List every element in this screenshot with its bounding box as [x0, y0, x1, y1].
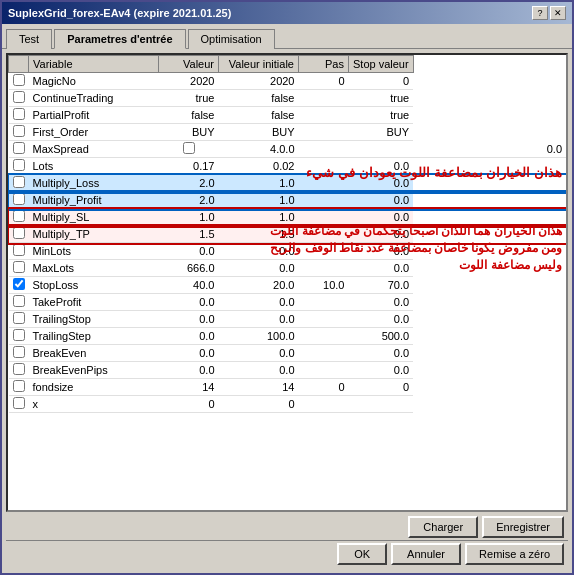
row-variable: TakeProfit	[29, 294, 159, 311]
table-row: BreakEvenPips0.00.00.0	[9, 362, 567, 379]
row-checkbox[interactable]	[13, 227, 25, 239]
row-value: 0.0	[159, 328, 219, 345]
header-pas: Pas	[299, 56, 349, 73]
row-variable: Multiply_Loss	[29, 175, 159, 192]
close-button[interactable]: ✕	[550, 6, 566, 20]
row-checkbox-cell	[9, 260, 29, 277]
row-variable: BreakEven	[29, 345, 159, 362]
tab-optim[interactable]: Optimisation	[188, 29, 275, 49]
row-initial	[299, 141, 349, 158]
row-checkbox[interactable]	[183, 142, 195, 154]
charger-button[interactable]: Charger	[408, 516, 478, 538]
row-checkbox[interactable]	[13, 159, 25, 171]
row-checkbox[interactable]	[13, 295, 25, 307]
row-stop: 0.0	[349, 362, 414, 379]
row-checkbox[interactable]	[13, 312, 25, 324]
help-button[interactable]: ?	[532, 6, 548, 20]
row-initial: 0.0	[219, 243, 299, 260]
table-row: x00	[9, 396, 567, 413]
row-pas	[299, 192, 349, 209]
ok-button[interactable]: OK	[337, 543, 387, 565]
row-checkbox-cell	[9, 243, 29, 260]
row-variable: StopLoss	[29, 277, 159, 294]
row-checkbox-cell	[9, 107, 29, 124]
row-value: 2.0	[159, 192, 219, 209]
row-initial: 1.0	[219, 192, 299, 209]
row-initial: 1.0	[219, 209, 299, 226]
enregistrer-button[interactable]: Enregistrer	[482, 516, 564, 538]
row-initial: 0.02	[219, 158, 299, 175]
row-checkbox-cell	[9, 294, 29, 311]
row-checkbox-cell	[9, 362, 29, 379]
row-checkbox-cell	[9, 379, 29, 396]
remise-button[interactable]: Remise a zéro	[465, 543, 564, 565]
row-checkbox-cell	[9, 73, 29, 90]
row-checkbox[interactable]	[13, 108, 25, 120]
row-variable: Multiply_TP	[29, 226, 159, 243]
row-variable: MinLots	[29, 243, 159, 260]
row-stop: 0	[349, 379, 414, 396]
row-initial: 1.5	[219, 226, 299, 243]
annuler-button[interactable]: Annuler	[391, 543, 461, 565]
row-stop: 0.0	[349, 260, 414, 277]
row-initial: 0.0	[219, 294, 299, 311]
row-checkbox[interactable]	[13, 142, 25, 154]
tab-params[interactable]: Parametres d'entrée	[54, 29, 185, 49]
row-checkbox-cell	[9, 396, 29, 413]
table-row: Multiply_TP1.51.50.0	[9, 226, 567, 243]
window-title: SuplexGrid_forex-EAv4 (expire 2021.01.25…	[8, 7, 231, 19]
row-checkbox-cell	[9, 124, 29, 141]
row-variable: ContinueTrading	[29, 90, 159, 107]
row-checkbox[interactable]	[13, 278, 25, 290]
row-pas	[299, 226, 349, 243]
row-stop	[349, 396, 414, 413]
row-checkbox-cell	[9, 175, 29, 192]
tab-test[interactable]: Test	[6, 29, 52, 49]
row-checkbox-cell	[9, 345, 29, 362]
row-checkbox[interactable]	[13, 397, 25, 409]
row-initial: 0.0	[219, 345, 299, 362]
row-checkbox[interactable]	[13, 210, 25, 222]
row-initial: 0.0	[219, 362, 299, 379]
row-stop: 0	[349, 73, 414, 90]
row-checkbox[interactable]	[13, 244, 25, 256]
row-checkbox[interactable]	[13, 329, 25, 341]
header-valeur: Valeur	[159, 56, 219, 73]
footer-buttons: OK Annuler Remise a zéro	[6, 540, 568, 569]
row-checkbox-cell	[9, 209, 29, 226]
title-bar: SuplexGrid_forex-EAv4 (expire 2021.01.25…	[2, 2, 572, 24]
row-checkbox[interactable]	[13, 91, 25, 103]
row-value: 0.0	[159, 243, 219, 260]
table-row: TakeProfit0.00.00.0	[9, 294, 567, 311]
row-pas	[299, 328, 349, 345]
row-checkbox[interactable]	[13, 176, 25, 188]
row-stop: 0.0	[349, 226, 414, 243]
row-stop: 0.0	[413, 141, 566, 158]
row-variable: First_Order	[29, 124, 159, 141]
row-variable: Multiply_Profit	[29, 192, 159, 209]
row-value: 2.0	[159, 175, 219, 192]
row-stop: 0.0	[349, 175, 414, 192]
table-row: Multiply_Profit2.01.00.0	[9, 192, 567, 209]
row-checkbox[interactable]	[13, 346, 25, 358]
row-checkbox[interactable]	[13, 125, 25, 137]
row-pas	[299, 175, 349, 192]
row-checkbox[interactable]	[13, 193, 25, 205]
row-value: 0.0	[159, 311, 219, 328]
row-initial: 100.0	[219, 328, 299, 345]
table-scroll[interactable]: Variable Valeur Valeur initiale Pas Stop…	[8, 55, 566, 510]
row-checkbox[interactable]	[13, 363, 25, 375]
row-checkbox-cell	[9, 226, 29, 243]
row-checkbox[interactable]	[13, 380, 25, 392]
row-stop: 0.0	[349, 294, 414, 311]
row-stop: BUY	[349, 124, 414, 141]
row-checkbox[interactable]	[13, 261, 25, 273]
row-checkbox[interactable]	[13, 74, 25, 86]
table-row: PartialProfitfalsefalsetrue	[9, 107, 567, 124]
table-row: Multiply_SL1.01.00.0	[9, 209, 567, 226]
table-row: fondsize141400	[9, 379, 567, 396]
row-variable: TrailingStop	[29, 311, 159, 328]
row-stop: 500.0	[349, 328, 414, 345]
row-value: 14	[159, 379, 219, 396]
row-stop: 0.0	[349, 209, 414, 226]
